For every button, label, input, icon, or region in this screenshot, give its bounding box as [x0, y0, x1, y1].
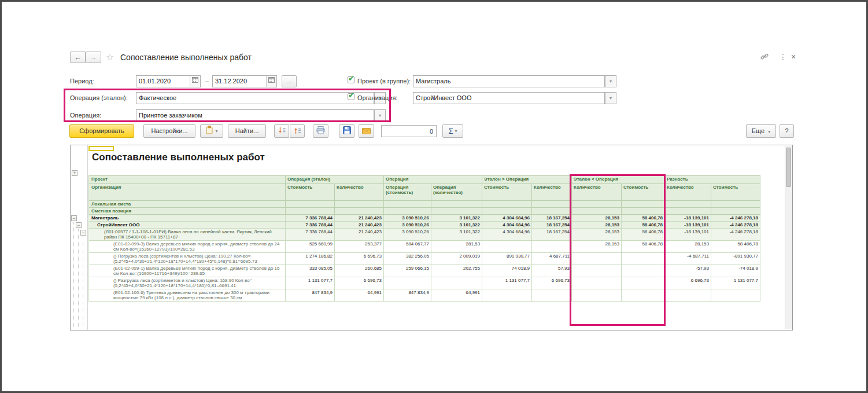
send-button[interactable]: [359, 124, 374, 138]
header-dim-smeta-position[interactable]: Сметная позиция: [89, 208, 286, 215]
scrollbar-thumb[interactable]: [786, 148, 791, 187]
value-cell[interactable]: 28,153: [572, 222, 622, 229]
value-cell[interactable]: -57,93: [665, 265, 711, 277]
value-cell[interactable]: 21 240,423: [335, 229, 384, 241]
value-cell[interactable]: [622, 289, 665, 302]
counter-input[interactable]: [381, 125, 437, 137]
value-cell[interactable]: -891 930,77: [711, 253, 760, 265]
value-cell[interactable]: 260,685: [335, 265, 384, 277]
favorite-star-icon[interactable]: ☆: [106, 52, 114, 63]
header-group-etalon-gt[interactable]: Эталон > Операция: [482, 176, 572, 184]
value-cell[interactable]: 58 406,78: [711, 241, 760, 253]
value-cell[interactable]: -6 696,73: [665, 277, 711, 289]
value-cell[interactable]: 64,991: [431, 289, 482, 302]
header-dim-local-smeta[interactable]: Локальная смета: [89, 201, 286, 208]
row-label[interactable]: () Разгрузка леса (сортиментов и хлыстов…: [89, 277, 286, 289]
value-cell[interactable]: 28,153: [665, 241, 711, 253]
more-actions-button[interactable]: Еще ▾: [746, 124, 776, 138]
value-cell[interactable]: 7 336 788,44: [286, 229, 335, 241]
close-icon[interactable]: ×: [791, 52, 796, 61]
value-cell[interactable]: 28,153: [572, 229, 622, 241]
value-cell[interactable]: [665, 289, 711, 302]
value-cell[interactable]: [532, 241, 572, 253]
project-checkbox[interactable]: ✔: [348, 76, 354, 83]
value-cell[interactable]: 4 304 684,96: [482, 222, 532, 229]
value-cell[interactable]: [384, 277, 431, 289]
value-cell[interactable]: [711, 289, 760, 302]
header-group-operation-etalon[interactable]: Операция (эталон): [286, 176, 384, 184]
value-cell[interactable]: 891 930,77: [482, 253, 532, 265]
value-cell[interactable]: -18 139,101: [665, 222, 711, 229]
value-cell[interactable]: 281,53: [431, 241, 482, 253]
row-label[interactable]: (Е01-02-099-1) Валка деревьев мягких пор…: [89, 265, 286, 277]
header-group-difference[interactable]: Разность: [665, 176, 760, 184]
link-icon[interactable]: [760, 53, 769, 63]
value-cell[interactable]: 584 067,77: [384, 241, 431, 253]
sum-split-button[interactable]: Σ ▾: [442, 124, 463, 138]
value-cell[interactable]: 4 304 684,96: [482, 215, 532, 222]
value-cell[interactable]: -4 246 278,18: [711, 222, 760, 229]
value-cell[interactable]: 4 304 684,96: [482, 229, 532, 241]
date-to-field[interactable]: 31.12.2020: [212, 75, 277, 87]
value-cell[interactable]: 202,755: [431, 265, 482, 277]
value-cell[interactable]: 28,153: [572, 215, 622, 222]
value-cell[interactable]: 3 101,322: [431, 222, 482, 229]
generate-button[interactable]: Сформировать: [69, 124, 134, 138]
value-cell[interactable]: [622, 277, 665, 289]
value-cell[interactable]: 259 066,15: [384, 265, 431, 277]
selected-cell-marker[interactable]: [88, 146, 114, 151]
value-cell[interactable]: 21 240,423: [335, 215, 384, 222]
value-cell[interactable]: 58 406,78: [622, 241, 665, 253]
project-dropdown-arrow[interactable]: ▾: [605, 75, 616, 87]
value-cell[interactable]: 333 085,05: [286, 265, 335, 277]
header-dim-organization[interactable]: Организация: [89, 184, 286, 201]
value-cell[interactable]: 3 090 510,26: [384, 222, 431, 229]
header-col[interactable]: Операция (количество): [431, 184, 482, 201]
value-cell[interactable]: -18 139,101: [665, 229, 711, 241]
header-col[interactable]: Количество: [335, 184, 384, 201]
row-label[interactable]: (Л01:00577 / 1-1-108-1-01РИ) Валка леса …: [89, 229, 286, 241]
header-col[interactable]: Количество: [572, 184, 622, 201]
header-group-etalon-lt[interactable]: Эталон < Операция: [572, 176, 665, 184]
header-col[interactable]: Стоимость: [622, 184, 665, 201]
value-cell[interactable]: -18 139,101: [665, 215, 711, 222]
calendar-icon[interactable]: [190, 76, 200, 87]
vertical-scrollbar[interactable]: [785, 146, 792, 329]
header-dim-project[interactable]: Проект: [89, 176, 286, 184]
value-cell[interactable]: [622, 253, 665, 265]
value-cell[interactable]: [532, 289, 572, 302]
value-cell[interactable]: [482, 241, 532, 253]
date-from-field[interactable]: 01.01.2020: [136, 75, 201, 87]
back-button[interactable]: ←: [70, 52, 86, 63]
value-cell[interactable]: 4 687,711: [532, 253, 572, 265]
value-cell[interactable]: 847 834,9: [384, 289, 431, 302]
collapse-group-toggle-level3[interactable]: −: [80, 230, 86, 236]
value-cell[interactable]: 74 018,9: [482, 265, 532, 277]
value-cell[interactable]: -74 018,9: [711, 265, 760, 277]
operation-dropdown-arrow[interactable]: ▾: [374, 109, 386, 122]
row-label[interactable]: Магистраль: [89, 215, 286, 222]
settings-button[interactable]: Настройки...: [143, 124, 195, 138]
organization-dropdown-arrow[interactable]: ▾: [605, 92, 616, 104]
value-cell[interactable]: 18 167,254: [532, 215, 572, 222]
value-cell[interactable]: 18 167,254: [532, 229, 572, 241]
value-cell[interactable]: 1 274 186,82: [286, 253, 335, 265]
row-label[interactable]: СтройИнвест ООО: [89, 222, 286, 229]
save-button[interactable]: [339, 124, 354, 138]
value-cell[interactable]: -4 687,711: [665, 253, 711, 265]
value-cell[interactable]: -4 246 278,18: [711, 215, 760, 222]
value-cell[interactable]: 58 406,78: [622, 222, 665, 229]
value-cell[interactable]: 3 101,322: [431, 229, 482, 241]
value-cell[interactable]: 3 090 510,26: [384, 229, 431, 241]
row-label[interactable]: (Е01-02-099-3) Валка деревьев мягких пор…: [89, 241, 286, 253]
header-col[interactable]: Количество: [665, 184, 711, 201]
value-cell[interactable]: 21 240,423: [335, 222, 384, 229]
organization-checkbox[interactable]: ✔: [348, 93, 354, 100]
header-col[interactable]: Операция (стоимость): [384, 184, 431, 201]
calendar-icon[interactable]: [266, 76, 276, 87]
value-cell[interactable]: 64,991: [335, 289, 384, 302]
expand-header-group-toggle[interactable]: +: [72, 170, 77, 176]
value-cell[interactable]: 6 696,73: [335, 253, 384, 265]
value-cell[interactable]: 1 131 077,7: [482, 277, 532, 289]
collapse-group-toggle-level1[interactable]: −: [71, 215, 77, 221]
